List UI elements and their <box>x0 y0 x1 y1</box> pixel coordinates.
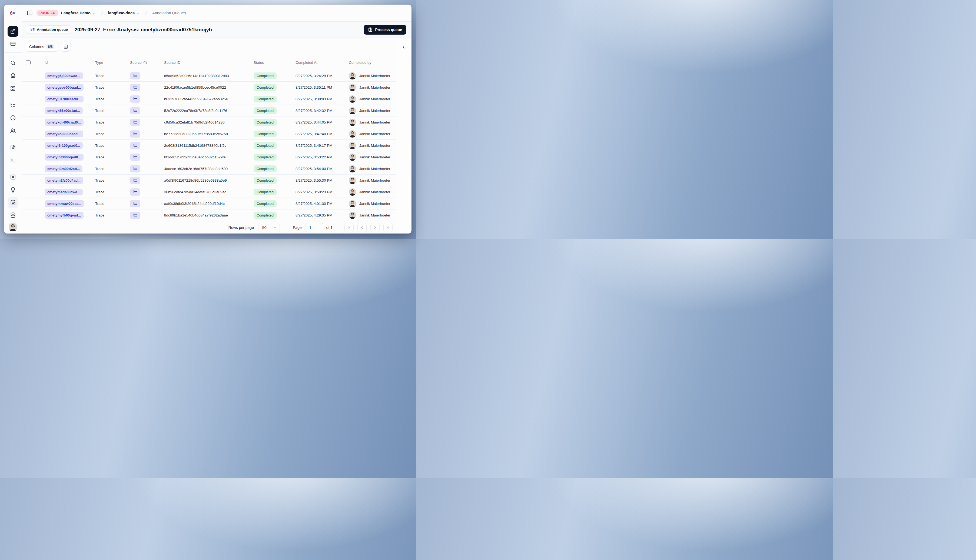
column-header-completed-by[interactable]: Completed by <box>345 60 396 65</box>
users-icon[interactable] <box>10 128 16 134</box>
table-row[interactable]: cmetymyfb00gvad... Trace 8dc69b1ba1e540b… <box>22 210 396 221</box>
row-checkbox[interactable] <box>26 108 26 113</box>
row-checkbox[interactable] <box>26 120 26 125</box>
item-id-link[interactable]: cmetyju1r00ccad0... <box>45 96 83 102</box>
table-row[interactable]: cmetyko0k00bsad... Trace be7723e30d80205… <box>22 128 396 140</box>
item-id-link[interactable]: cmetylht300bqad0... <box>45 154 83 160</box>
source-trace-link[interactable] <box>130 72 140 80</box>
source-trace-link[interactable] <box>130 177 140 184</box>
open-external-button[interactable] <box>8 26 18 37</box>
sessions-clock-icon[interactable] <box>10 115 16 121</box>
item-id-link[interactable]: cmetygeov00buad... <box>45 84 83 91</box>
completed-at-cell: 8/27/2025, 3:54:00 PM <box>292 167 345 171</box>
source-trace-link[interactable] <box>130 165 140 172</box>
table-view-icon[interactable] <box>10 40 16 47</box>
column-header-source[interactable]: Source <box>126 60 160 65</box>
org-selector[interactable]: Langfuse Demo <box>61 11 96 15</box>
evaluation-percent-icon[interactable] <box>10 174 16 180</box>
rows-per-page-select[interactable]: 50 <box>258 223 280 232</box>
row-checkbox[interactable] <box>26 178 26 183</box>
user-avatar[interactable] <box>9 223 17 231</box>
row-checkbox[interactable] <box>26 143 26 148</box>
item-id-link[interactable]: cmetymeds00cwa... <box>45 188 83 195</box>
item-id-link[interactable]: cmetymyfb00gvad... <box>45 212 83 218</box>
first-page-button[interactable] <box>344 223 354 232</box>
table-row[interactable]: cmetymeds00cwa... Trace 36b90cdfc47e5da1… <box>22 186 396 198</box>
home-icon[interactable] <box>10 72 16 78</box>
row-checkbox[interactable] <box>26 96 26 102</box>
table-row[interactable]: cmetyg5j800bwad... Trace d5ad9d52a00c6e1… <box>22 70 396 82</box>
tracing-icon[interactable] <box>10 102 16 108</box>
source-trace-link[interactable] <box>130 130 140 138</box>
column-header-type[interactable]: Type <box>92 60 126 65</box>
table-row[interactable]: cmetylht300bqad0... Trace 0f1dd65b7bb9bf… <box>22 152 396 163</box>
source-trace-link[interactable] <box>130 95 140 103</box>
dashboard-icon[interactable] <box>10 85 16 92</box>
item-id-link[interactable]: cmetyl5r100grad0... <box>45 142 83 149</box>
breadcrumb-section[interactable]: Annotation Queues <box>152 11 186 15</box>
item-id-link[interactable]: cmetylt3m00d2ad... <box>45 165 82 172</box>
completed-at-cell: 8/27/2025, 4:29:35 PM <box>292 213 345 217</box>
row-select-cell <box>22 120 41 125</box>
column-header-source-id[interactable]: Source ID <box>160 60 250 65</box>
item-id-link[interactable]: cmetymmuw00cea... <box>45 200 84 207</box>
annotation-queues-item[interactable] <box>8 197 18 208</box>
source-trace-link[interactable] <box>130 200 140 207</box>
row-checkbox[interactable] <box>26 212 26 218</box>
environment-badge[interactable]: PROD-EU <box>37 10 58 16</box>
row-checkbox[interactable] <box>26 154 26 160</box>
last-page-button[interactable] <box>384 223 392 232</box>
item-id-link[interactable]: cmetykdr400ciad0... <box>45 119 83 126</box>
source-trace-link[interactable] <box>130 142 140 149</box>
select-all-checkbox[interactable] <box>26 60 30 65</box>
table-row[interactable]: cmetym2fz00d4ad... Trace a0df3f901167218… <box>22 175 396 186</box>
table-row[interactable]: cmetyl5r100grad0... Trace 2e603f31361115… <box>22 140 396 152</box>
breadcrumb-separator <box>99 10 105 16</box>
page-number-input[interactable] <box>305 223 324 232</box>
row-checkbox[interactable] <box>26 189 26 194</box>
item-id-link[interactable]: cmetym2fz00d4ad... <box>45 177 83 184</box>
columns-button[interactable]: Columns 8/8 <box>26 42 58 52</box>
source-trace-link[interactable] <box>130 188 140 196</box>
datasets-database-icon[interactable] <box>10 212 16 218</box>
row-checkbox[interactable] <box>26 201 26 206</box>
queue-type-badge[interactable]: Annotation queue <box>27 25 71 34</box>
next-page-button[interactable] <box>370 223 380 232</box>
table-row[interactable]: cmetyk55x00c1ad... Trace 52c72c2222ea78e… <box>22 105 396 117</box>
playground-terminal-icon[interactable] <box>10 157 16 163</box>
id-cell: cmetylt3m00d2ad... <box>41 165 92 172</box>
sidebar-toggle-icon[interactable] <box>27 10 33 16</box>
prompts-file-icon[interactable] <box>10 144 16 151</box>
table-row[interactable]: cmetygeov00buad... Trace 22c41f09acae5b1… <box>22 82 396 93</box>
table-row[interactable]: cmetymmuw00cea... Trace aaf0c38db0f3f204… <box>22 198 396 210</box>
process-queue-button[interactable]: Process queue <box>364 25 406 35</box>
project-selector[interactable]: langfuse-docs <box>108 11 140 15</box>
source-trace-link[interactable] <box>130 153 140 161</box>
item-id-link[interactable]: cmetyk55x00c1ad... <box>45 107 83 114</box>
source-trace-link[interactable] <box>130 118 140 126</box>
item-id-link[interactable]: cmetyg5j800bwad... <box>45 72 83 79</box>
prev-page-button[interactable] <box>357 223 367 232</box>
avatar <box>349 130 356 138</box>
table-row[interactable]: cmetylt3m00d2ad... Trace 4aaece1603cb2e1… <box>22 163 396 175</box>
column-header-id[interactable]: Id <box>41 60 92 65</box>
row-checkbox[interactable] <box>26 85 26 90</box>
source-trace-link[interactable] <box>130 212 140 219</box>
column-header-completed-at[interactable]: Completed At <box>292 60 345 65</box>
row-checkbox[interactable] <box>26 73 26 78</box>
row-checkbox[interactable] <box>26 131 26 136</box>
langfuse-logo[interactable] <box>4 5 22 22</box>
table-row[interactable]: cmetykdr400ciad0... Trace c9d56ca32efaff… <box>22 117 396 128</box>
table-row[interactable]: cmetyju1r00ccad0... Trace b63297665cfd44… <box>22 93 396 105</box>
search-icon[interactable] <box>10 60 16 66</box>
status-cell: Completed <box>250 188 292 195</box>
row-checkbox[interactable] <box>26 166 26 171</box>
info-icon[interactable] <box>143 61 147 65</box>
source-trace-link[interactable] <box>130 107 140 114</box>
row-height-button[interactable] <box>61 42 71 52</box>
insights-lightbulb-icon[interactable] <box>10 187 16 193</box>
collapse-panel-button[interactable] <box>400 43 408 51</box>
source-trace-link[interactable] <box>130 84 140 91</box>
column-header-status[interactable]: Status <box>250 60 292 65</box>
item-id-link[interactable]: cmetyko0k00bsad... <box>45 130 83 137</box>
